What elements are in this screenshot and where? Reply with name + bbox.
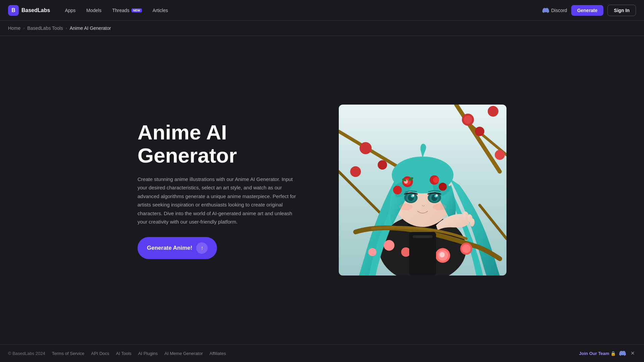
footer: © BasedLabs 2024 Terms of Service API Do…	[0, 344, 644, 362]
svg-point-48	[384, 240, 394, 251]
nav-links: Apps Models Threads NEW Articles	[61, 6, 542, 15]
svg-point-25	[439, 183, 447, 191]
svg-point-24	[433, 177, 439, 183]
brand-name: BasedLabs	[21, 7, 50, 13]
nav-right: Discord Generate Sign In	[542, 5, 636, 16]
generate-anime-button[interactable]: Generate Anime! ↑	[138, 237, 217, 259]
svg-point-38	[399, 203, 413, 210]
svg-point-50	[368, 248, 376, 256]
footer-ai-plugins[interactable]: AI Plugins	[138, 351, 158, 356]
svg-point-7	[464, 116, 472, 124]
nav-articles[interactable]: Articles	[149, 6, 172, 15]
navbar: B BasedLabs Apps Models Threads NEW Arti…	[0, 0, 644, 21]
svg-point-45	[439, 252, 445, 257]
brand-logo[interactable]: B BasedLabs	[8, 5, 50, 16]
svg-point-8	[475, 127, 484, 136]
footer-ai-tools[interactable]: AI Tools	[116, 351, 131, 356]
footer-discord-icon[interactable]	[619, 350, 626, 357]
svg-point-47	[462, 244, 471, 253]
page-title: Anime AI Generator	[138, 121, 312, 167]
footer-ai-meme[interactable]: AI Meme Generator	[164, 351, 203, 356]
svg-rect-51	[409, 232, 436, 276]
svg-point-37	[436, 194, 438, 196]
nav-models[interactable]: Models	[82, 6, 105, 15]
join-team-link[interactable]: Join Our Team 🔒	[579, 351, 616, 356]
footer-terms[interactable]: Terms of Service	[52, 351, 85, 356]
footer-api-docs[interactable]: API Docs	[91, 351, 109, 356]
svg-point-22	[393, 186, 402, 194]
svg-rect-52	[413, 235, 433, 238]
logo-icon: B	[8, 5, 19, 16]
discord-button[interactable]: Discord	[542, 8, 567, 13]
page-description: Create stunning anime illustrations with…	[138, 175, 299, 226]
breadcrumb: Home › BasedLabs Tools › Anime AI Genera…	[0, 21, 644, 36]
cta-arrow-icon: ↑	[196, 242, 208, 254]
svg-point-9	[488, 106, 498, 117]
left-section: Anime AI Generator Create stunning anime…	[138, 121, 312, 259]
svg-point-32	[412, 194, 414, 196]
footer-twitter-icon[interactable]: ✕	[629, 350, 636, 357]
nav-threads[interactable]: Threads NEW	[108, 6, 146, 15]
breadcrumb-sep-1: ›	[23, 26, 24, 31]
copyright: © BasedLabs 2024	[8, 351, 45, 356]
breadcrumb-current: Anime AI Generator	[70, 25, 111, 31]
right-section	[339, 105, 506, 276]
svg-point-10	[495, 150, 505, 160]
svg-point-13	[350, 166, 361, 177]
footer-left: © BasedLabs 2024 Terms of Service API Do…	[8, 351, 226, 356]
anime-image	[339, 105, 506, 276]
svg-point-12	[378, 160, 387, 170]
signin-button[interactable]: Sign In	[607, 5, 636, 16]
threads-new-badge: NEW	[131, 8, 142, 12]
generate-nav-button[interactable]: Generate	[571, 5, 604, 16]
footer-right: Join Our Team 🔒 ✕	[579, 350, 636, 357]
footer-affiliates[interactable]: Affiliates	[210, 351, 226, 356]
breadcrumb-home[interactable]: Home	[8, 25, 20, 31]
discord-icon	[542, 8, 549, 13]
svg-point-11	[360, 142, 372, 154]
svg-point-39	[433, 203, 446, 210]
breadcrumb-section[interactable]: BasedLabs Tools	[27, 25, 63, 31]
svg-point-49	[401, 247, 411, 257]
main-content: Anime AI Generator Create stunning anime…	[0, 36, 644, 344]
anime-art-svg	[339, 105, 506, 276]
breadcrumb-sep-2: ›	[66, 26, 67, 31]
nav-apps[interactable]: Apps	[61, 6, 79, 15]
